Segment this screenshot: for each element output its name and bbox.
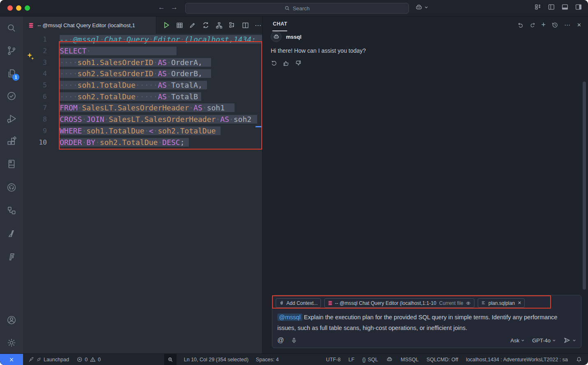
launchpad-button[interactable]: Launchpad (28, 356, 69, 363)
eol-indicator[interactable]: LF (349, 357, 355, 363)
change-connection-icon[interactable] (202, 21, 210, 29)
estimated-plan-icon[interactable] (215, 21, 223, 29)
results-grid-icon[interactable] (176, 21, 184, 29)
toggle-panel-icon[interactable] (561, 3, 569, 11)
azure-icon[interactable] (6, 228, 17, 239)
line-number: 9 (23, 127, 47, 135)
code-line[interactable]: 1--·@mssql·Chat·Query·Editor·(localhost,… (23, 34, 262, 45)
code-line[interactable]: 9WHERE·soh1.TotalDue·<·soh2.TotalDue (23, 125, 262, 137)
more-actions-icon[interactable]: ⋯ (255, 21, 262, 29)
code-editor[interactable]: 1--·@mssql·Chat·Query·Editor·(localhost,… (23, 34, 262, 353)
explorer-badge: 1 (12, 74, 19, 81)
thumbs-up-icon[interactable] (283, 60, 290, 67)
selected-code-text: FROM·SalesLT.SalesOrderHeader·AS·soh1 (60, 103, 235, 112)
customize-layout-icon[interactable] (534, 3, 542, 11)
toggle-primary-sidebar-icon[interactable] (548, 3, 555, 11)
minimize-window-button[interactable] (16, 5, 21, 11)
code-line[interactable]: 10ORDER·BY·soh2.TotalDue·DESC; (23, 136, 262, 148)
problems-indicator[interactable]: 0 0 (77, 356, 101, 363)
notifications-bell-icon[interactable] (576, 356, 582, 363)
actual-plan-icon[interactable] (228, 21, 236, 29)
chevron-down-icon (521, 339, 525, 342)
chat-message: mssql Hi there! How can I assist you tod… (271, 31, 576, 67)
code-line[interactable]: 2SELECT· (23, 45, 262, 57)
search-icon[interactable] (6, 23, 17, 33)
edit-pen-icon[interactable] (189, 21, 196, 29)
chat-mode-select[interactable]: Ask (511, 337, 525, 344)
editor-cursor (256, 126, 262, 127)
context-file-name: -- @mssql Chat Query Editor (localhost,1 (335, 300, 425, 306)
code-line[interactable]: 3····soh1.SalesOrderID·AS·OrderA, (23, 56, 262, 68)
context-chips-row: Add Context... -- @mssql Chat Query Edit… (272, 295, 581, 308)
language-mode-indicator[interactable]: {}SQL (362, 357, 378, 363)
connection-indicator[interactable]: localhost,1434 : AdventureWorksLT2022 : … (466, 357, 568, 363)
regenerate-icon[interactable] (271, 60, 278, 67)
mention-context-icon[interactable]: @ (277, 337, 284, 344)
copilot-status-button[interactable] (386, 356, 393, 363)
context-chip-plan-file[interactable]: plan.sqlplan ✕ (478, 298, 525, 308)
code-line[interactable]: 8CROSS·JOIN·SalesLT.SalesOrderHeader·AS·… (23, 114, 262, 125)
github-icon[interactable] (6, 182, 17, 193)
split-editor-icon[interactable] (242, 21, 249, 29)
run-query-play-icon[interactable] (162, 21, 170, 29)
extensions-icon[interactable] (6, 136, 17, 147)
navigate-back-icon[interactable]: ← (158, 3, 165, 12)
chat-prompt-input[interactable]: @mssql Explain the execution plan for th… (272, 308, 581, 333)
zoom-window-button[interactable] (25, 5, 30, 11)
line-number: 6 (23, 93, 47, 101)
model-select[interactable]: GPT-4o (532, 337, 556, 344)
tab-title: -- @mssql Chat Query Editor (localhost,1 (37, 22, 135, 28)
chat-scrollbar[interactable] (583, 82, 586, 290)
context-chip-current-file[interactable]: -- @mssql Chat Query Editor (localhost,1… (324, 298, 474, 308)
code-line[interactable]: 6····soh2.TotalDue·····AS·TotalB (23, 91, 262, 102)
navigate-forward-icon[interactable]: → (171, 3, 178, 12)
new-chat-icon[interactable]: + (542, 21, 546, 29)
selected-code-text: ····soh2.TotalDue·····AS·TotalB (60, 92, 201, 101)
redo-icon[interactable] (530, 22, 536, 28)
source-control-icon[interactable] (6, 45, 17, 56)
chat-mode-label: Ask (511, 337, 520, 344)
add-context-button[interactable]: Add Context... (276, 298, 321, 308)
search-placeholder: Search (293, 5, 309, 12)
eye-icon[interactable] (465, 300, 471, 306)
remove-chip-icon[interactable]: ✕ (518, 300, 521, 306)
fabric-icon[interactable] (6, 251, 17, 262)
code-line[interactable]: 4····soh2.SalesOrderID·AS·OrderB, (23, 68, 262, 80)
code-line[interactable]: 5····soh1.TotalDue·····AS·TotalA, (23, 80, 262, 91)
close-panel-icon[interactable]: ✕ (577, 22, 581, 28)
settings-gear-icon[interactable] (6, 337, 17, 348)
cursor-position-indicator[interactable]: Ln 10, Col 29 (354 selected) (184, 357, 249, 363)
microphone-icon[interactable] (291, 337, 297, 344)
toggle-secondary-sidebar-icon[interactable] (575, 3, 582, 11)
code-line[interactable]: 7FROM·SalesLT.SalesOrderHeader·AS·soh1 (23, 102, 262, 114)
undo-icon[interactable] (517, 22, 524, 28)
check-circle-icon[interactable] (6, 91, 17, 101)
encoding-indicator[interactable]: UTF-8 (326, 357, 340, 363)
copilot-menu-button[interactable] (415, 3, 428, 12)
send-button[interactable] (563, 337, 576, 344)
thumbs-down-icon[interactable] (295, 60, 302, 67)
mssql-indicator[interactable]: MSSQL (401, 357, 419, 363)
selected-code-text: CROSS·JOIN·SalesLT.SalesOrderHeader·AS·s… (60, 115, 257, 124)
line-number: 8 (23, 115, 47, 123)
notebook-icon[interactable] (6, 159, 17, 169)
editor-tab-active[interactable]: -- @mssql Chat Query Editor (localhost,1 (23, 16, 156, 34)
account-icon[interactable] (6, 315, 17, 325)
tab-chat[interactable]: CHAT (273, 21, 287, 27)
more-actions-icon[interactable]: ⋯ (564, 21, 571, 29)
connections-icon[interactable] (6, 205, 17, 216)
command-center-search[interactable]: Search (185, 3, 409, 14)
chat-input-container[interactable]: Add Context... -- @mssql Chat Query Edit… (272, 295, 581, 348)
add-context-label: Add Context... (286, 300, 318, 306)
line-number: 10 (23, 138, 47, 146)
send-icon (563, 337, 571, 344)
chevron-down-icon (552, 339, 556, 342)
chat-history-icon[interactable] (551, 21, 558, 28)
run-debug-icon[interactable] (6, 113, 17, 124)
remote-indicator[interactable] (0, 354, 23, 365)
zoom-indicator[interactable] (164, 354, 177, 365)
copilot-sparkle-icon[interactable] (26, 52, 35, 61)
indentation-indicator[interactable]: Spaces: 4 (256, 357, 279, 363)
sqlcmd-indicator[interactable]: SQLCMD: Off (427, 357, 458, 363)
close-window-button[interactable] (7, 5, 13, 11)
